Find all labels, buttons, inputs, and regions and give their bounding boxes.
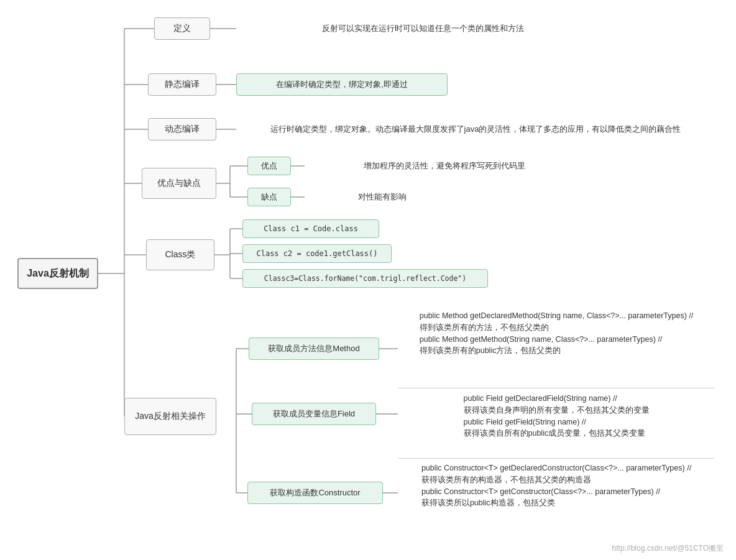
pros-bad-label: 缺点 bbox=[261, 191, 277, 203]
node-class1: Class c1 = Code.class bbox=[242, 219, 379, 238]
text-dynamic: 运行时确定类型，绑定对象。动态编译最大限度发挥了java的灵活性，体现了多态的应… bbox=[236, 119, 715, 139]
node-def-label: 定义 bbox=[173, 22, 191, 35]
field-label: 获取成员变量信息Field bbox=[273, 408, 355, 420]
text-constructor-label: public Constructor<T> getDeclaredConstru… bbox=[421, 462, 691, 509]
node-field: 获取成员变量信息Field bbox=[252, 403, 376, 425]
text-def-label: 反射可以实现在运行时可以知道任意一个类的属性和方法 bbox=[322, 22, 524, 35]
node-reflect: Java反射相关操作 bbox=[124, 398, 216, 435]
class2-label: Class c2 = code1.getClass() bbox=[256, 249, 377, 259]
constructor-label: 获取构造函数Constructor bbox=[270, 487, 360, 498]
text-field-label: public Field getDeclaredField(String nam… bbox=[464, 393, 650, 439]
text-static-label: 在编译时确定类型，绑定对象,即通过 bbox=[276, 79, 408, 90]
method-label: 获取成员方法信息Method bbox=[268, 343, 359, 354]
watermark: http://blog.csdn.net/@51CTO搬至 bbox=[612, 543, 724, 554]
node-static: 静态编译 bbox=[148, 73, 216, 96]
root-node: Java反射机制 bbox=[17, 258, 98, 289]
node-dynamic-label: 动态编译 bbox=[165, 123, 200, 135]
node-constructor: 获取构造函数Constructor bbox=[247, 482, 383, 504]
node-class-label: Class类 bbox=[165, 249, 195, 261]
text-dynamic-label: 运行时确定类型，绑定对象。动态编译最大限度发挥了java的灵活性，体现了多态的应… bbox=[270, 123, 681, 135]
node-class: Class类 bbox=[146, 239, 214, 270]
node-class3: Classc3=Class.forName("com.trigl.reflect… bbox=[242, 269, 488, 288]
text-method-label: public Method getDeclaredMethod(String n… bbox=[420, 310, 694, 357]
class3-label: Classc3=Class.forName("com.trigl.reflect… bbox=[264, 273, 466, 283]
text-def: 反射可以实现在运行时可以知道任意一个类的属性和方法 bbox=[236, 19, 609, 39]
text-field: public Field getDeclaredField(String nam… bbox=[398, 390, 715, 459]
text-constructor: public Constructor<T> getDeclaredConstru… bbox=[398, 460, 715, 541]
text-pros-bad-label: 对性能有影响 bbox=[358, 191, 407, 203]
watermark-text: http://blog.csdn.net/@51CTO搬至 bbox=[612, 544, 724, 553]
node-pros-bad: 缺点 bbox=[247, 188, 291, 206]
node-pros-label: 优点与缺点 bbox=[157, 177, 201, 190]
node-static-label: 静态编译 bbox=[165, 78, 200, 91]
node-pros: 优点与缺点 bbox=[142, 168, 216, 199]
pros-good-label: 优点 bbox=[261, 160, 277, 172]
node-def: 定义 bbox=[154, 17, 210, 40]
node-class2: Class c2 = code1.getClass() bbox=[242, 244, 392, 263]
text-pros-bad: 对性能有影响 bbox=[305, 188, 460, 206]
text-pros-good-label: 增加程序的灵活性，避免将程序写死到代码里 bbox=[364, 160, 525, 172]
text-method: public Method getDeclaredMethod(String n… bbox=[398, 308, 715, 388]
class1-label: Class c1 = Code.class bbox=[264, 224, 358, 234]
node-method: 获取成员方法信息Method bbox=[249, 337, 379, 360]
text-pros-good: 增加程序的灵活性，避免将程序写死到代码里 bbox=[305, 157, 584, 175]
root-label: Java反射机制 bbox=[27, 267, 89, 280]
node-dynamic: 动态编译 bbox=[148, 118, 216, 140]
node-pros-good: 优点 bbox=[247, 157, 291, 175]
text-static: 在编译时确定类型，绑定对象,即通过 bbox=[236, 73, 448, 96]
node-reflect-label: Java反射相关操作 bbox=[135, 410, 206, 423]
